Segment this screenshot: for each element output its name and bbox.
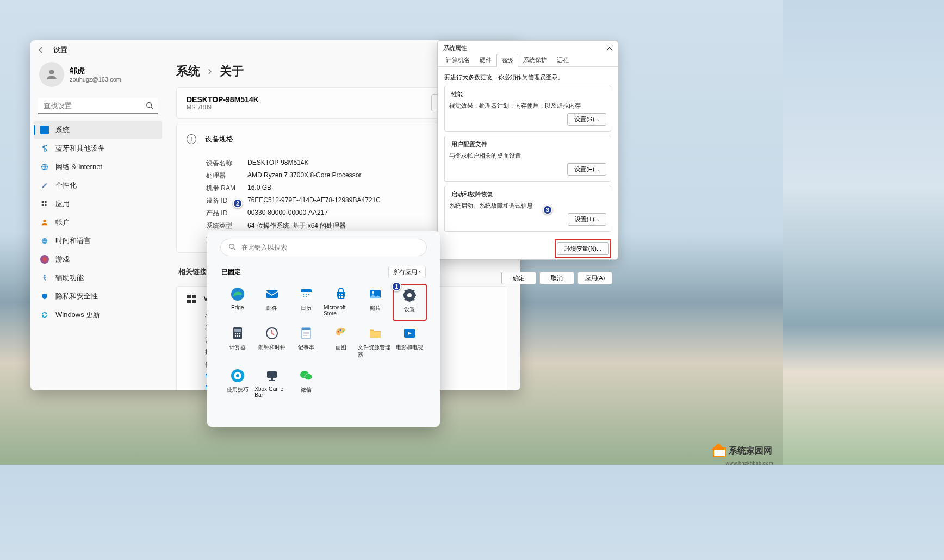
- device-model: MS-7B89: [187, 104, 259, 110]
- sidebar-item-apps[interactable]: 应用: [34, 195, 162, 213]
- pinned-apps-grid: Edge 邮件 日历 Microsoft Store 照片 设置 计算器 闹钟和…: [220, 284, 427, 402]
- app-tips[interactable]: 使用技巧: [220, 365, 254, 402]
- svg-rect-4: [42, 201, 44, 203]
- sidebar-item-personalize[interactable]: 个性化: [34, 176, 162, 195]
- app-calendar[interactable]: 日历: [289, 284, 324, 321]
- svg-point-35: [239, 335, 240, 337]
- admin-message: 要进行大多数更改，你必须作为管理员登录。: [444, 72, 611, 86]
- spec-key: 机带 RAM: [206, 184, 247, 193]
- svg-rect-19: [301, 292, 312, 300]
- app-calculator[interactable]: 计算器: [220, 323, 254, 363]
- search-input[interactable]: [38, 98, 158, 114]
- update-icon: [40, 310, 49, 319]
- apply-button[interactable]: 应用(A): [577, 272, 612, 284]
- startup-legend: 启动和故障恢复: [449, 190, 495, 198]
- performance-settings-button[interactable]: 设置(S)...: [567, 113, 606, 126]
- svg-rect-12: [192, 295, 196, 298]
- svg-point-10: [44, 275, 46, 277]
- notepad-icon: [298, 325, 314, 341]
- app-store[interactable]: Microsoft Store: [324, 284, 358, 321]
- sidebar-item-accessibility[interactable]: 辅助功能: [34, 269, 162, 287]
- svg-point-51: [305, 374, 312, 380]
- sidebar-item-label: 网络 & Internet: [55, 162, 102, 172]
- sidebar-item-accounts[interactable]: 帐户: [34, 213, 162, 232]
- breadcrumb-current: 关于: [220, 64, 244, 78]
- svg-rect-39: [302, 328, 310, 330]
- chevron-right-icon: ›: [419, 269, 421, 275]
- app-movies[interactable]: 电影和电视: [393, 323, 427, 363]
- tab-computer-name[interactable]: 计算机名: [441, 53, 475, 66]
- calculator-icon: [229, 325, 246, 341]
- svg-point-42: [342, 331, 344, 332]
- svg-rect-49: [269, 380, 275, 381]
- svg-point-25: [372, 291, 374, 294]
- sidebar-item-system[interactable]: 系统: [34, 121, 162, 139]
- brush-icon: [40, 181, 49, 190]
- app-label: Edge: [231, 304, 244, 310]
- network-icon: [40, 163, 49, 171]
- svg-point-34: [237, 335, 238, 337]
- sidebar-item-privacy[interactable]: 隐私和安全性: [34, 287, 162, 306]
- all-apps-button[interactable]: 所有应用 ›: [388, 266, 426, 278]
- app-label: Microsoft Store: [324, 304, 358, 316]
- device-name: DESKTOP-98M514K: [187, 95, 259, 104]
- ok-button[interactable]: 确定: [501, 272, 536, 284]
- start-search-input[interactable]: [241, 244, 419, 251]
- app-paint[interactable]: 画图: [324, 323, 358, 363]
- user-profile-settings-button[interactable]: 设置(E)...: [567, 163, 606, 176]
- sidebar-item-update[interactable]: Windows 更新: [34, 306, 162, 324]
- bluetooth-icon: [40, 144, 49, 153]
- svg-point-15: [229, 244, 234, 248]
- tab-bar: 计算机名 硬件 高级 系统保护 远程: [438, 53, 618, 67]
- sidebar-item-time[interactable]: 时间和语言: [34, 232, 162, 250]
- startup-desc: 系统启动、系统故障和调试信息: [449, 202, 606, 210]
- svg-point-40: [337, 331, 339, 333]
- app-label: Xbox Game Bar: [254, 386, 289, 398]
- svg-point-32: [239, 333, 240, 334]
- tab-system-protection[interactable]: 系统保护: [518, 53, 552, 66]
- startup-settings-button[interactable]: 设置(T)...: [568, 213, 606, 226]
- app-notepad[interactable]: 记事本: [289, 323, 324, 363]
- tab-hardware[interactable]: 硬件: [475, 53, 496, 66]
- svg-rect-7: [45, 204, 47, 206]
- svg-rect-17: [266, 290, 278, 298]
- person-icon: [40, 218, 49, 227]
- breadcrumb-parent[interactable]: 系统: [176, 64, 200, 78]
- app-wechat[interactable]: 微信: [289, 365, 324, 402]
- window-title: 设置: [53, 45, 67, 55]
- sidebar-item-label: 个性化: [55, 181, 77, 190]
- search-box: [38, 98, 158, 114]
- close-icon[interactable]: [606, 45, 613, 52]
- calendar-icon: [298, 286, 314, 302]
- user-profile-legend: 用户配置文件: [449, 140, 489, 148]
- app-label: 邮件: [266, 304, 277, 312]
- app-label: 设置: [404, 306, 415, 313]
- system-properties-dialog: 系统属性 计算机名 硬件 高级 系统保护 远程 要进行大多数更改，你必须作为管理…: [437, 40, 618, 260]
- environment-variables-button[interactable]: 环境变量(N)...: [557, 242, 609, 255]
- app-mail[interactable]: 邮件: [254, 284, 289, 321]
- clock-icon: [264, 325, 280, 341]
- spec-key: 产品 ID: [206, 209, 247, 218]
- app-label: 画图: [336, 344, 346, 351]
- app-photos[interactable]: 照片: [358, 284, 392, 321]
- sidebar-item-network[interactable]: 网络 & Internet: [34, 158, 162, 176]
- app-edge[interactable]: Edge: [220, 284, 254, 321]
- sidebar: 邹虎 zouhugz@163.com 系统 蓝牙和其他设备 网络 & Inter…: [30, 60, 166, 390]
- tab-remote[interactable]: 远程: [552, 53, 574, 66]
- environment-variables-highlight: 环境变量(N)...: [555, 239, 611, 258]
- back-arrow-icon[interactable]: [37, 46, 46, 54]
- app-clock[interactable]: 闹钟和时钟: [254, 323, 289, 363]
- svg-point-9: [42, 238, 48, 244]
- sidebar-item-bluetooth[interactable]: 蓝牙和其他设备: [34, 139, 162, 158]
- svg-rect-20: [339, 294, 340, 295]
- paint-icon: [333, 325, 349, 341]
- profile-block[interactable]: 邹虎 zouhugz@163.com: [34, 60, 162, 96]
- cancel-button[interactable]: 取消: [539, 272, 574, 284]
- sidebar-item-gaming[interactable]: 游戏: [34, 250, 162, 269]
- app-xbox[interactable]: Xbox Game Bar: [254, 365, 289, 402]
- spec-value: AMD Ryzen 7 3700X 8-Core Processor: [247, 171, 451, 181]
- tab-advanced[interactable]: 高级: [496, 54, 518, 67]
- system-icon: [40, 126, 49, 134]
- app-explorer[interactable]: 文件资源管理器: [358, 323, 392, 363]
- svg-rect-21: [341, 294, 343, 295]
